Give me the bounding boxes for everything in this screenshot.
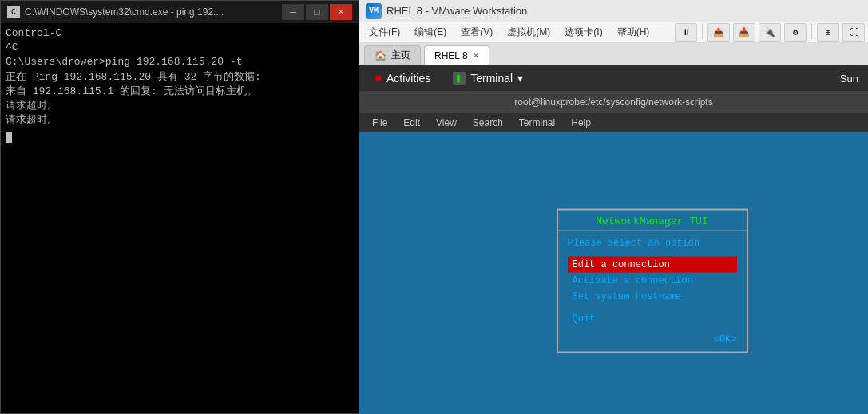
cmd-cursor-line [6,128,354,142]
cmd-cursor [6,132,12,143]
cmd-icon: C [7,6,20,18]
cmd-line-8: 请求超时。 [6,113,354,128]
nmtui-title: NetworkManager TUI [558,210,747,231]
terminal-menu-view[interactable]: View [430,116,463,130]
gnome-topbar: Activities ▌ Terminal ▾ Sun [359,65,868,91]
cmd-line-1: ^C [6,41,354,55]
cmd-line-3: C:\Users\drower>ping 192.168.115.20 -t [6,55,354,69]
topbar-time: Sun [840,73,858,85]
activities-label: Activities [386,72,430,85]
nmtui-option-hostname[interactable]: Set system hostname [568,288,737,304]
terminal-menu-button[interactable]: ▌ Terminal ▾ [446,69,529,88]
cmd-minimize-button[interactable]: ─ [282,4,304,20]
cmd-line-6: 来自 192.168.115.1 的回复: 无法访问目标主机。 [6,85,354,99]
terminal-title: root@linuxprobe:/etc/sysconfig/network-s… [514,97,712,108]
vmware-icon: VM [366,3,382,19]
activities-dot [375,75,382,81]
cmd-title: C:\WINDOWS\system32\cmd.exe - ping 192..… [25,6,277,18]
terminal-menu-file[interactable]: File [366,116,394,130]
terminal-menu-help[interactable]: Help [565,116,597,130]
cmd-line-5: 正在 Ping 192.168.115.20 具有 32 字节的数据: [6,70,354,85]
terminal-arrow-icon: ▾ [517,72,523,85]
vmware-window: VM RHEL 8 - VMware Workstation 文件(F) 编辑(… [359,0,868,414]
tab-home[interactable]: 🏠 主页 [364,45,421,65]
terminal-menu-search[interactable]: Search [466,116,509,130]
nmtui-ok[interactable]: <OK> [558,330,747,351]
vm-content: Activities ▌ Terminal ▾ Sun root@linuxpr… [359,65,868,414]
cmd-window: C C:\WINDOWS\system32\cmd.exe - ping 192… [0,0,359,414]
terminal-body: NetworkManager TUI Please select an opti… [359,132,868,414]
tab-home-icon: 🏠 [375,50,386,61]
cmd-line-7: 请求超时。 [6,99,354,113]
vmware-toolbar-usb2[interactable]: ⚙ [784,23,807,42]
tab-home-label: 主页 [391,49,410,62]
cmd-line-0: Control-C [6,26,354,41]
vmware-toolbar-pause[interactable]: ⏸ [675,23,697,42]
tab-rhel8-close-icon[interactable]: ✕ [473,51,479,60]
vmware-toolbar-send[interactable]: 📤 [707,23,730,42]
terminal-menu-edit[interactable]: Edit [397,116,426,130]
nmtui-subtitle: Please select an option [558,231,747,253]
cmd-titlebar: C C:\WINDOWS\system32\cmd.exe - ping 192… [1,1,359,23]
vmware-menu-tabs[interactable]: 选项卡(I) [558,24,608,41]
vmware-toolbar-receive[interactable]: 📥 [733,23,755,42]
vmware-toolbar-right: ⏸ 📤 📥 🔌 ⚙ ⊞ ⛶ [675,23,865,42]
vmware-menu-view[interactable]: 查看(V) [454,24,499,41]
vmware-menubar: 文件(F) 编辑(E) 查看(V) 虚拟机(M) 选项卡(I) 帮助(H) ⏸ … [359,22,868,43]
nmtui-option-activate[interactable]: Activate a connection [568,272,737,288]
tab-rhel8[interactable]: RHEL 8 ✕ [424,45,489,65]
nmtui-option-edit[interactable]: Edit a connection [568,256,737,272]
vmware-menu-edit[interactable]: 编辑(E) [408,24,453,41]
tab-rhel8-label: RHEL 8 [434,50,468,61]
terminal-menu-terminal[interactable]: Terminal [513,116,561,130]
vmware-menu-vm[interactable]: 虚拟机(M) [501,24,557,41]
vmware-tabs: 🏠 主页 RHEL 8 ✕ [359,43,868,65]
vmware-menu-help[interactable]: 帮助(H) [611,24,656,41]
vmware-title: RHEL 8 - VMware Workstation [386,5,527,17]
nmtui-dialog: NetworkManager TUI Please select an opti… [557,208,748,353]
terminal-label: Terminal [470,72,513,85]
terminal-icon: ▌ [453,72,466,85]
nmtui-options: Edit a connection Activate a connection … [558,253,747,310]
cmd-content: Control-C ^C C:\Users\drower>ping 192.16… [1,23,359,413]
cmd-maximize-button[interactable]: □ [306,4,328,20]
vmware-toolbar-fullscreen[interactable]: ⛶ [842,23,865,42]
nmtui-quit[interactable]: Quit [558,310,747,330]
activities-button[interactable]: Activities [369,69,437,88]
vmware-titlebar: VM RHEL 8 - VMware Workstation [359,0,868,22]
terminal-titlebar: root@linuxprobe:/etc/sysconfig/network-s… [359,91,868,113]
vmware-toolbar-layout[interactable]: ⊞ [817,23,839,42]
cmd-close-button[interactable]: ✕ [330,4,352,20]
vmware-menu-file[interactable]: 文件(F) [363,24,406,41]
cmd-controls: ─ □ ✕ [282,4,352,20]
terminal-window: root@linuxprobe:/etc/sysconfig/network-s… [359,91,868,414]
toolbar-sep-2 [811,23,812,39]
terminal-menubar: File Edit View Search Terminal Help [359,113,868,132]
toolbar-sep-1 [702,23,703,39]
vmware-toolbar-usb[interactable]: 🔌 [759,23,781,42]
